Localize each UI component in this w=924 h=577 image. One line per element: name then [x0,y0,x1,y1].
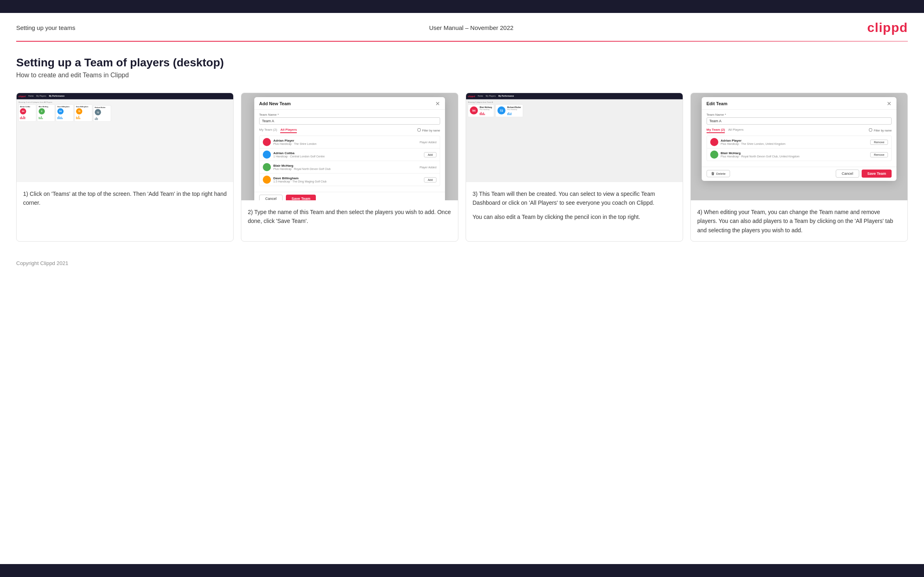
edit-player-row-club-2: Plus Handicap · Royal North Devon Golf C… [721,155,868,158]
edit-player-info-1: Adrian Player Plus Handicap · The Shire … [721,139,868,145]
edit-modal-title: Edit Team [707,101,728,106]
modal-header: Add New Team ✕ [254,97,445,110]
edit-cancel-button[interactable]: Cancel [836,170,859,178]
edit-modal-close-icon[interactable]: ✕ [887,100,892,107]
mock-logo: clippd [18,95,26,98]
mock-big-club-1: Plus Handicap [480,109,492,110]
tab-all-players[interactable]: All Players [280,127,297,133]
player-row-name-4: Dave Billingham [273,176,422,180]
edit-player-row-name-2: Blair McHarg [721,151,868,155]
player-info-1: Adrian Player Plus Handicap · The Shire … [273,139,417,145]
card-2-screenshot: Add New Team ✕ Team Name * Team A My Tea… [241,93,458,200]
edit-player-list: Adrian Player Plus Handicap · The Shire … [707,136,892,161]
mock-bar [484,114,485,115]
player-add-button-4[interactable]: Add [424,177,436,182]
mock-player-card-3: Dave Billingham 94 [56,104,74,121]
mock-dashboard-subtitle: Showing 4 out of 4 players from All Play… [18,101,232,103]
edit-save-team-button[interactable]: Save Team [862,170,892,178]
mock-nav-home: Home [28,95,34,98]
mock-team-cards-3: 94 Blair McHarg Plus Handicap [468,104,681,119]
mock-bars-1 [20,115,34,119]
mock-player-score-1: 84 [20,108,26,114]
edit-tab-my-team[interactable]: My Team (2) [707,127,725,133]
player-row-club-2: 1 Handicap · Central London Golf Centre [273,155,422,158]
card-1: clippd Home My Players My Performance Sh… [16,93,234,242]
tab-my-team[interactable]: My Team (2) [259,127,277,133]
team-name-label: Team Name * [259,113,440,117]
edit-filter-checkbox[interactable] [869,128,872,132]
player-row-club-1: Plus Handicap · The Shire London [273,142,417,145]
copyright: Copyright Clippd 2021 [16,260,68,266]
mock-big-club-2: Plus Handicap [507,109,521,110]
player-info-4: Dave Billingham 1.5 Handicap · The Ding … [273,176,422,183]
card-3-description-1: 3) This Team will then be created. You c… [473,189,676,208]
page-title-section: Setting up a Team of players (desktop) H… [0,42,924,89]
mock-bars-3 [57,115,72,119]
mock-nav-3-perf: My Performance [498,95,514,98]
clippd-logo: clippd [867,20,908,35]
footer: Copyright Clippd 2021 [0,254,924,273]
team-name-input[interactable]: Team A [259,117,440,125]
mock-player-card-4: Dave Billingham 78 [75,104,92,121]
card-3-screenshot: clippd Home My Players My Performance Sh… [466,93,683,182]
cancel-button[interactable]: Cancel [259,195,283,200]
player-row-name-3: Blair McHarg [273,164,417,168]
player-avatar-2 [263,151,271,159]
player-list: Adrian Player Plus Handicap · The Shire … [259,136,440,186]
player-added-label-3: Player Added [419,166,436,169]
mock-nav-3-home: Home [478,95,483,98]
filter-checkbox[interactable] [417,128,421,132]
card-4: Edit Team ✕ Team Name * Team A My Team (… [690,93,908,242]
save-team-button[interactable]: Save Team [286,195,316,200]
mock-logo-3: clippd [468,95,475,98]
mock-big-bars-1 [480,111,492,115]
mock-bar [24,117,25,119]
card-4-text: 4) When editing your Team, you can chang… [691,200,907,241]
player-added-label-1: Player Added [419,141,436,144]
card-4-screenshot: Edit Team ✕ Team Name * Team A My Team (… [691,93,907,200]
card-1-screenshot: clippd Home My Players My Performance Sh… [17,93,233,182]
filter-label: Filter by name [422,129,440,132]
mock-nav-teams: My Performance [49,95,65,98]
section-label: Setting up your teams [16,24,75,31]
mock-big-card-2: 72 Richard Butler Plus Handicap [495,104,523,117]
modal-title: Add New Team [259,101,291,106]
remove-player-button-1[interactable]: Remove [870,140,888,145]
add-team-modal: Add New Team ✕ Team Name * Team A My Tea… [254,97,445,200]
mock-bars-2 [38,115,53,119]
card-2-text: 2) Type the name of this Team and then s… [241,200,458,241]
modal-body: Team Name * Team A My Team (2) All Playe… [254,110,445,192]
card-2: Add New Team ✕ Team Name * Team A My Tea… [241,93,458,242]
player-avatar-3 [263,163,271,171]
edit-tab-all-players[interactable]: All Players [728,127,743,133]
card-2-description: 2) Type the name of this Team and then s… [248,209,451,224]
delete-team-button[interactable]: 🗑 Delete [707,170,730,177]
card-1-description: 1) Click on 'Teams' at the top of the sc… [23,191,227,206]
mock-dashboard-content: Showing 4 out of 4 players from All Play… [17,99,233,123]
mock-big-score-2: 72 [497,106,505,115]
modal-close-icon[interactable]: ✕ [435,100,440,107]
player-row-name-2: Adrian Coliba [273,151,422,155]
mock-player-card-2: Blair McHarg 0 [37,104,55,121]
edit-player-row-name-1: Adrian Player [721,139,868,142]
mock-big-score-1: 94 [470,106,478,115]
card-4-description: 4) When editing your Team, you can chang… [697,209,893,233]
cards-row: clippd Home My Players My Performance Sh… [0,89,924,254]
mock-team-dashboard-3: clippd Home My Players My Performance Sh… [466,93,683,182]
player-avatar-4 [263,176,271,184]
bottom-bar [0,564,924,577]
mock-bar [79,118,80,119]
mock-big-card-1: 94 Blair McHarg Plus Handicap [468,104,494,117]
player-row-name-1: Adrian Player [273,139,417,142]
player-add-button-2[interactable]: Add [424,152,436,157]
mock-big-info-1: Blair McHarg Plus Handicap [480,106,492,115]
remove-player-button-2[interactable]: Remove [870,152,888,157]
mock-player-card-1: Adrian Coliba 84 [18,104,36,121]
edit-player-row-2: Blair McHarg Plus Handicap · Royal North… [707,148,892,161]
edit-team-name-input[interactable]: Team A [707,117,892,125]
player-row-1: Adrian Player Plus Handicap · The Shire … [260,136,440,148]
card-3-text: 3) This Team will then be created. You c… [466,182,683,241]
modal-tabs: My Team (2) All Players Filter by name [259,127,440,133]
mock-bars-4 [76,115,91,119]
mock-modal-bg-2: Add New Team ✕ Team Name * Team A My Tea… [241,93,458,200]
